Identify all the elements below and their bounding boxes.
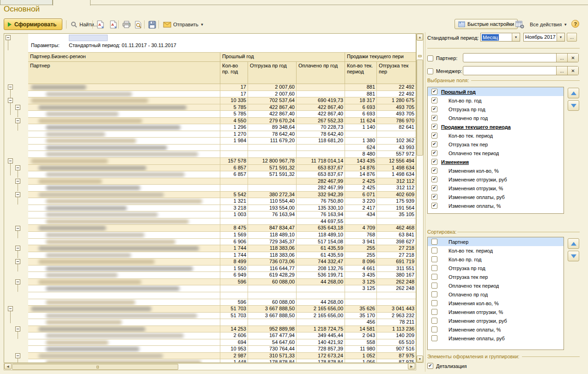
field-checkbox[interactable] [431,97,437,103]
sorting-move-down-button[interactable] [568,251,579,261]
field-checkbox[interactable] [431,176,437,182]
table-row[interactable]: 282 467,992 425312 112 [28,185,416,192]
sorting-item[interactable]: Оплачено тек период [428,281,564,290]
collapse-group-button[interactable] [15,118,20,123]
field-checkbox[interactable] [431,115,437,121]
period-value-combo[interactable]: Ноябрь 2017 ▼ [523,33,565,42]
field-checkbox[interactable] [431,168,437,174]
report-rows[interactable]: 172 007,6088122 492172 007,6088122 49210… [28,84,416,363]
report-grid[interactable]: Параметры: Стандартный период: 01.11.201… [4,33,416,363]
vertical-scrollbar[interactable]: ▲ ▼ [416,33,424,363]
dropdown-arrow-icon[interactable]: ▼ [512,33,520,41]
sorting-item[interactable]: Изменение отгрузки, руб [428,316,564,325]
field-checkbox[interactable] [431,141,437,147]
table-row[interactable]: 6 857571 591,32653 837,6714 8761 498 634 [28,171,416,178]
help-button[interactable]: ? [571,20,579,28]
table-row[interactable]: 8 475847 834,47635 643,184 709462 468 [28,225,416,232]
field-checkbox[interactable] [431,159,437,165]
send-button[interactable]: Отправить ▼ [161,19,206,30]
column-header-paid-prev[interactable]: Оплачено пр год [297,62,345,84]
sorting-checkbox[interactable] [431,247,437,253]
field-checkbox[interactable] [431,203,437,209]
selected-field-item[interactable]: Оплачено пр год [428,114,564,122]
table-row[interactable]: 69454 647,60140 421,9255865 510 [28,339,416,346]
selected-field-item[interactable]: Изменения кол-во, % [428,166,564,175]
sorting-item[interactable]: Изменение оплаты, руб [428,334,564,343]
collapse-group-button[interactable] [15,179,20,184]
report-settings-button[interactable] [514,19,526,30]
table-row[interactable]: 3 218193 554,00135 330,102 417191 564 [28,205,416,212]
table-row[interactable]: 8 499736 073,06744 332,478 096691 719 [28,259,416,265]
panel-splitter[interactable] [425,32,425,372]
horizontal-scroll-thumb[interactable] [12,364,178,370]
sorting-item[interactable]: Изменения отгрузки, % [428,308,564,316]
field-checkbox[interactable] [431,133,437,139]
table-row[interactable]: 44 697,55 [28,218,416,225]
sorting-checkbox[interactable] [431,265,437,271]
table-row[interactable]: 1 27078 642,4078 642,40 [28,131,416,138]
scroll-left-button[interactable]: ◀ [4,363,12,369]
table-row[interactable]: 45678 211 [28,319,416,326]
sorting-item[interactable]: Изменения кол-во, % [428,299,564,308]
selected-field-item[interactable]: Кол-во тек. период [428,131,564,140]
table-row[interactable]: 6 857571 591,32653 837,6714 8761 498 634 [28,165,416,172]
selected-field-item[interactable]: Продажи текущего периода [428,122,564,131]
table-row[interactable]: 5 785422 867,40422 867,406 693493 705 [28,104,416,111]
sorting-checkbox[interactable] [431,300,437,306]
period-type-combo[interactable]: Месяц ▼ [480,33,520,42]
collapse-group-button[interactable] [8,84,13,90]
vertical-scroll-thumb[interactable] [417,60,423,156]
period-more-button[interactable]: ... [567,33,577,42]
scroll-up-button[interactable]: ▲ [417,34,423,41]
table-row[interactable]: 1 744118 383,0661 435,5925527 218 [28,252,416,259]
table-row[interactable]: 51 7033 667 888,502 165 656,0035 6263 04… [28,306,416,313]
table-row[interactable]: 59660 088,0044 268,003 125262 248 [28,279,416,286]
manager-filter-checkbox[interactable] [427,68,433,74]
table-row[interactable]: 157 57812 800 967,7811 718 014,14143 435… [28,158,416,165]
scroll-right-button[interactable]: ▶ [408,363,415,369]
table-row[interactable]: 5 542380 272,34332 942,396 071402 609 [28,192,416,199]
table-row[interactable]: 14 253952 889,981 218 724,7514 5811 113 … [28,326,416,333]
partner-filter-more-button[interactable]: ... [556,54,567,62]
table-row[interactable]: 1 321110 554,4076 750,803 220175 939 [28,198,416,205]
horizontal-scrollbar[interactable]: ◀ ▶ [4,363,416,370]
sorting-checkbox[interactable] [431,239,437,245]
column-header-partner[interactable]: Партнер [28,62,220,84]
selected-field-item[interactable]: Отгрузка пр год [428,105,564,114]
quick-settings-button[interactable]: Быстрые настройки [455,19,518,29]
hscroll-split-handle[interactable] [97,366,99,368]
detail-checkbox[interactable] [427,363,433,369]
table-row[interactable]: 5 785422 867,40422 867,406 693493 705 [28,111,416,118]
field-checkbox[interactable] [431,89,437,95]
column-header-qty-prev[interactable]: Кол-во пр. год [220,62,248,84]
collapse-group-button[interactable] [15,105,20,110]
collapse-group-button[interactable] [8,98,13,103]
selected-field-item[interactable]: Кол-во пр. год [428,96,564,105]
table-row[interactable]: 1 569118 489,10118 489,1076863 841 [28,232,416,239]
sorting-checkbox[interactable] [431,291,437,297]
sorting-checkbox[interactable] [431,318,437,324]
table-row[interactable]: 1 984111 679,20118 681,201 380102 362 [28,138,416,145]
selected-field-item[interactable]: Изменения отгрузки, % [428,184,564,193]
scroll-split-handle[interactable] [418,55,422,57]
column-header-ship-prev[interactable]: Отгрузка пр год [248,62,297,84]
sorting-move-up-button[interactable] [568,238,579,249]
table-row[interactable]: 2 987310 571,33172 673,241 05287 975 [28,353,416,360]
collapse-group-button[interactable] [15,226,20,231]
sorting-item[interactable]: Кол-во тек. период [428,246,564,255]
selected-cell-indicator[interactable] [69,35,108,41]
collapse-group-button[interactable] [15,192,20,197]
sorting-checkbox[interactable] [431,283,437,289]
sorting-item[interactable]: Партнер [428,237,564,246]
sorting-checkbox[interactable] [431,274,437,280]
manager-filter-input[interactable]: ... ✕ [463,66,579,75]
manager-filter-more-button[interactable]: ... [556,66,567,75]
sorting-item[interactable]: Отгрузка тек пер [428,272,564,281]
selected-field-item[interactable]: Изменение оплаты, % [428,201,564,210]
table-row[interactable]: 62443 993 [28,145,416,151]
table-row[interactable] [28,292,416,299]
selected-field-item[interactable]: Изменение отгрузки, руб [428,175,564,184]
column-group-prev-year[interactable]: Прошлый год [220,53,345,62]
table-row[interactable]: 6 906729 345,37517 154,083 941398 627 [28,239,416,246]
field-checkbox[interactable] [431,185,437,191]
